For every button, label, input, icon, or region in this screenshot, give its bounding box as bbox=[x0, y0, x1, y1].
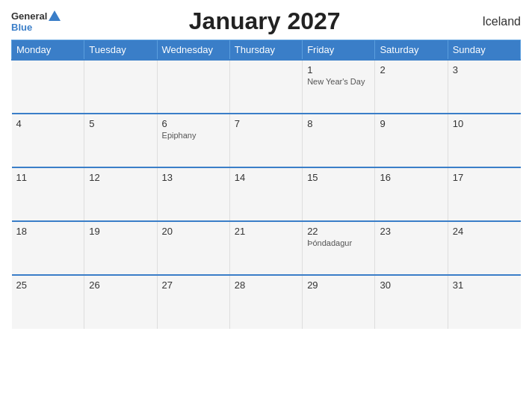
table-row: 28 bbox=[229, 275, 302, 329]
day-number: 1 bbox=[307, 64, 370, 75]
table-row: 14 bbox=[229, 167, 302, 221]
day-number: 22 bbox=[307, 226, 370, 237]
day-number: 28 bbox=[235, 279, 297, 291]
day-number: 21 bbox=[235, 226, 297, 237]
day-number: 20 bbox=[162, 226, 225, 237]
table-row: 8 bbox=[303, 114, 375, 167]
day-number: 19 bbox=[89, 226, 152, 237]
table-row: 26 bbox=[84, 275, 157, 329]
table-row: 17 bbox=[448, 167, 520, 221]
header-saturday: Saturday bbox=[375, 40, 448, 61]
day-number: 15 bbox=[307, 172, 370, 183]
table-row: 18 bbox=[12, 221, 84, 275]
table-row: 11 bbox=[12, 167, 84, 221]
day-number: 18 bbox=[16, 226, 80, 237]
table-row: 4 bbox=[12, 114, 84, 167]
day-number: 3 bbox=[453, 64, 516, 75]
table-row: 23 bbox=[375, 221, 448, 275]
table-row: 10 bbox=[448, 114, 520, 167]
day-number: 30 bbox=[380, 279, 442, 291]
country-label: Iceland bbox=[468, 15, 521, 28]
table-row: 9 bbox=[375, 114, 448, 167]
day-number: 16 bbox=[380, 172, 442, 183]
table-row: 21 bbox=[229, 221, 302, 275]
day-number: 10 bbox=[453, 118, 516, 129]
day-number: 29 bbox=[307, 279, 370, 291]
calendar-title: January 2027 bbox=[61, 7, 468, 35]
logo: General Blue bbox=[11, 10, 61, 33]
weekday-header-row: Monday Tuesday Wednesday Thursday Friday… bbox=[12, 40, 521, 61]
day-number: 23 bbox=[380, 226, 442, 237]
table-row: 19 bbox=[84, 221, 157, 275]
calendar-week-row: 25262728293031 bbox=[12, 275, 521, 329]
day-number: 31 bbox=[453, 279, 516, 291]
day-number: 6 bbox=[162, 118, 225, 129]
table-row: 16 bbox=[375, 167, 448, 221]
table-row bbox=[84, 60, 157, 114]
table-row: 5 bbox=[84, 114, 157, 167]
table-row: 25 bbox=[12, 275, 84, 329]
day-number: 7 bbox=[235, 118, 297, 129]
day-number: 27 bbox=[162, 279, 225, 291]
table-row: 27 bbox=[157, 275, 229, 329]
table-row: 20 bbox=[157, 221, 229, 275]
logo-triangle-icon bbox=[49, 10, 61, 21]
calendar-week-row: 11121314151617 bbox=[12, 167, 521, 221]
calendar-week-row: 1New Year's Day23 bbox=[12, 60, 521, 114]
day-number: 13 bbox=[162, 172, 225, 183]
day-number: 12 bbox=[89, 172, 152, 183]
calendar-table: Monday Tuesday Wednesday Thursday Friday… bbox=[11, 40, 521, 329]
calendar-page: General Blue January 2027 Iceland Monday… bbox=[0, 0, 532, 411]
day-number: 24 bbox=[453, 226, 516, 237]
table-row: 12 bbox=[84, 167, 157, 221]
table-row bbox=[229, 60, 302, 114]
table-row: 24 bbox=[448, 221, 520, 275]
header-friday: Friday bbox=[303, 40, 375, 61]
header-sunday: Sunday bbox=[448, 40, 520, 61]
table-row: 1New Year's Day bbox=[303, 60, 375, 114]
calendar-week-row: 456Epiphany78910 bbox=[12, 114, 521, 167]
table-row: 29 bbox=[303, 275, 375, 329]
header-tuesday: Tuesday bbox=[84, 40, 157, 61]
logo-blue-text: Blue bbox=[11, 22, 32, 33]
header-monday: Monday bbox=[12, 40, 84, 61]
holiday-name: New Year's Day bbox=[307, 77, 370, 86]
table-row: 2 bbox=[375, 60, 448, 114]
table-row: 31 bbox=[448, 275, 520, 329]
table-row: 15 bbox=[303, 167, 375, 221]
holiday-name: Þóndadagur bbox=[307, 238, 370, 247]
calendar-week-row: 1819202122Þóndadagur2324 bbox=[12, 221, 521, 275]
table-row: 6Epiphany bbox=[157, 114, 229, 167]
table-row: 22Þóndadagur bbox=[303, 221, 375, 275]
day-number: 8 bbox=[307, 118, 370, 129]
day-number: 5 bbox=[89, 118, 152, 129]
day-number: 25 bbox=[16, 279, 80, 291]
day-number: 4 bbox=[16, 118, 80, 129]
day-number: 2 bbox=[380, 64, 442, 75]
day-number: 11 bbox=[16, 172, 80, 183]
header-wednesday: Wednesday bbox=[157, 40, 229, 61]
header-thursday: Thursday bbox=[229, 40, 302, 61]
day-number: 17 bbox=[453, 172, 516, 183]
table-row: 7 bbox=[229, 114, 302, 167]
table-row: 13 bbox=[157, 167, 229, 221]
day-number: 9 bbox=[380, 118, 442, 129]
table-row: 30 bbox=[375, 275, 448, 329]
table-row bbox=[12, 60, 84, 114]
table-row: 3 bbox=[448, 60, 520, 114]
table-row bbox=[157, 60, 229, 114]
day-number: 14 bbox=[235, 172, 297, 183]
logo-general-text: General bbox=[11, 10, 47, 22]
calendar-header: General Blue January 2027 Iceland bbox=[11, 7, 521, 35]
day-number: 26 bbox=[89, 279, 152, 291]
holiday-name: Epiphany bbox=[162, 131, 225, 140]
